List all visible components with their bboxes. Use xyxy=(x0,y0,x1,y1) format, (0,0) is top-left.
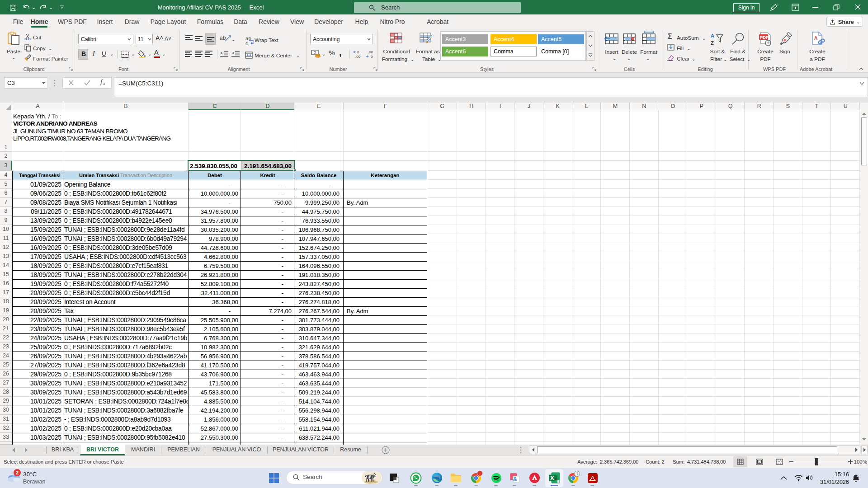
svg-text:0: 0 xyxy=(357,50,359,54)
svg-text:A: A xyxy=(711,33,714,38)
svg-text:Λ: Λ xyxy=(814,35,818,41)
svg-text:.00: .00 xyxy=(368,50,373,54)
svg-text:PDF: PDF xyxy=(760,35,769,40)
svg-text:0: 0 xyxy=(371,55,373,59)
svg-text:z: z xyxy=(857,474,859,477)
svg-text:Z: Z xyxy=(711,40,714,46)
svg-text:.00: .00 xyxy=(355,55,361,59)
